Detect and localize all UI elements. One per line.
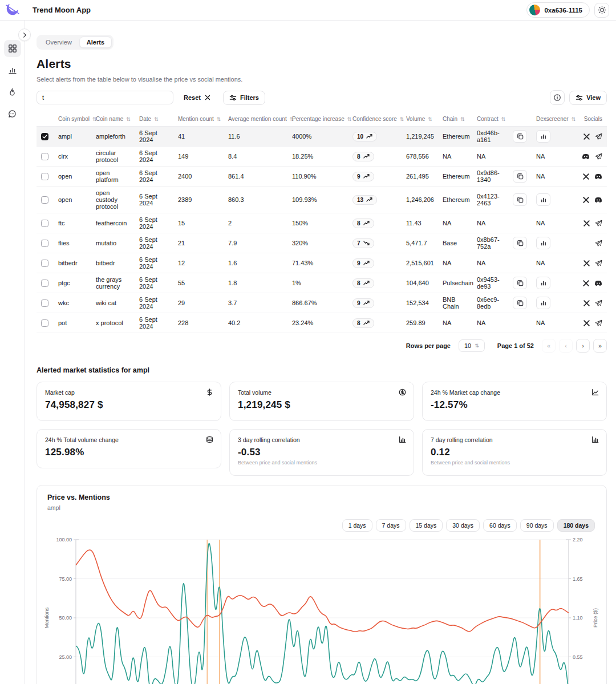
copy-contract-button[interactable] — [513, 170, 527, 183]
column-header-coin-symbol[interactable]: Coin symbol⇅ — [54, 112, 91, 127]
telegram-icon[interactable] — [595, 319, 602, 327]
row-checkbox[interactable] — [41, 133, 48, 140]
sort-icon[interactable]: ⇅ — [501, 116, 506, 122]
info-button[interactable] — [550, 90, 565, 105]
table-row[interactable]: cirx circular protocol 6 Sept 2024 149 8… — [37, 147, 607, 167]
range-button-90-days[interactable]: 90 days — [520, 519, 554, 532]
x-social-icon[interactable] — [583, 280, 589, 286]
view-button[interactable]: View — [569, 91, 607, 105]
telegram-icon[interactable] — [595, 153, 602, 160]
telegram-icon[interactable] — [595, 220, 602, 227]
column-header-chain[interactable]: Chain⇅ — [438, 112, 472, 127]
row-checkbox[interactable] — [41, 260, 48, 267]
dexscreener-button[interactable] — [536, 130, 550, 143]
discord-icon[interactable] — [594, 197, 602, 203]
filters-button[interactable]: Filters — [223, 91, 265, 105]
row-checkbox[interactable] — [41, 196, 48, 204]
discord-icon[interactable] — [582, 153, 590, 160]
pct-increase-cell: 4000% — [287, 127, 348, 147]
row-checkbox[interactable] — [41, 299, 48, 307]
x-social-icon[interactable] — [583, 173, 589, 180]
sort-icon[interactable]: ⇅ — [154, 116, 159, 122]
dexscreener-button[interactable] — [536, 237, 550, 249]
sort-icon[interactable]: ⇅ — [460, 116, 465, 122]
column-header-dexscreener[interactable]: Dexscreener⇅ — [532, 112, 574, 127]
x-social-icon[interactable] — [583, 320, 590, 326]
next-page-button[interactable]: › — [576, 339, 590, 353]
telegram-icon[interactable] — [595, 240, 602, 247]
x-social-icon[interactable] — [583, 133, 590, 140]
dexscreener-button[interactable] — [536, 193, 550, 206]
x-social-icon[interactable] — [583, 300, 590, 306]
row-checkbox[interactable] — [41, 319, 48, 327]
copy-contract-button[interactable] — [513, 193, 527, 206]
price-mentions-chart[interactable]: 0.0025.0050.0075.00100.000.000.551.101.6… — [42, 532, 603, 684]
range-button-15-days[interactable]: 15 days — [410, 519, 443, 532]
sort-icon[interactable]: ⇅ — [347, 116, 352, 122]
x-social-icon[interactable] — [583, 197, 589, 203]
table-row[interactable]: open open custody protocol 6 Sept 2024 2… — [37, 187, 607, 213]
row-checkbox[interactable] — [41, 220, 48, 227]
sort-icon[interactable]: ⇅ — [400, 116, 404, 122]
table-row[interactable]: wkc wiki cat 6 Sept 2024 29 3.7 866.67% … — [37, 293, 607, 313]
theme-toggle-button[interactable] — [594, 3, 609, 18]
table-row[interactable]: open open platform 6 Sept 2024 2400 861.… — [37, 167, 607, 187]
row-checkbox[interactable] — [41, 280, 48, 287]
table-row[interactable]: bitbedr bitbedr 6 Sept 2024 12 1.6 71.43… — [37, 253, 607, 273]
mention-count-cell: 2389 — [173, 187, 224, 213]
sort-icon[interactable]: ⇅ — [572, 116, 576, 122]
column-header-mention-count[interactable]: Mention count⇅ — [173, 112, 224, 127]
copy-contract-button[interactable] — [513, 130, 527, 143]
sliders-icon — [576, 94, 583, 102]
range-button-60-days[interactable]: 60 days — [483, 519, 517, 532]
discord-icon[interactable] — [594, 173, 602, 180]
range-button-180-days[interactable]: 180 days — [557, 519, 595, 532]
sort-icon[interactable]: ⇅ — [428, 116, 432, 122]
range-button-7-days[interactable]: 7 days — [376, 519, 406, 532]
table-row[interactable]: flies mutatio 6 Sept 2024 21 7.9 320% 7 … — [37, 233, 607, 253]
sidebar-item-charts[interactable] — [4, 62, 21, 79]
table-row[interactable]: pot x protocol 6 Sept 2024 228 40.2 23.2… — [37, 313, 607, 333]
main-content: Overview Alerts Alerts Select alerts fro… — [37, 21, 607, 684]
telegram-icon[interactable] — [595, 260, 602, 267]
range-button-30-days[interactable]: 30 days — [446, 519, 480, 532]
copy-contract-button[interactable] — [513, 237, 527, 249]
telegram-icon[interactable] — [595, 299, 602, 307]
table-row[interactable]: ampl ampleforth 6 Sept 2024 41 11.6 4000… — [37, 127, 607, 147]
sidebar-item-messages[interactable] — [4, 105, 21, 122]
column-header-date[interactable]: Date⇅ — [135, 112, 173, 127]
discord-icon[interactable] — [594, 280, 602, 286]
dexscreener-button[interactable] — [536, 297, 550, 309]
copy-contract-button[interactable] — [513, 297, 527, 309]
sidebar-expand-button[interactable] — [18, 29, 31, 41]
sort-icon[interactable]: ⇅ — [126, 116, 131, 122]
reset-button[interactable]: Reset — [184, 94, 210, 101]
last-page-button[interactable]: » — [593, 339, 607, 353]
rows-per-page-select[interactable]: 10 ⇅ — [459, 339, 485, 352]
stat-label: Total volume — [238, 389, 406, 396]
column-header-volume[interactable]: Volume⇅ — [402, 112, 438, 127]
column-header-coin-name[interactable]: Coin name⇅ — [91, 112, 135, 127]
sidebar-item-trending[interactable] — [4, 83, 21, 100]
column-header-confidence-score[interactable]: Confidence score⇅ — [348, 112, 402, 127]
search-input[interactable] — [37, 91, 173, 104]
dexscreener-button[interactable] — [536, 277, 550, 289]
tab-overview[interactable]: Overview — [38, 37, 79, 48]
table-row[interactable]: ftc feathercoin 6 Sept 2024 15 2 150% 8 … — [37, 213, 607, 233]
row-checkbox[interactable] — [41, 173, 48, 180]
row-checkbox[interactable] — [41, 153, 48, 160]
range-button-1-days[interactable]: 1 days — [342, 519, 372, 532]
copy-contract-button[interactable] — [513, 277, 527, 289]
wallet-button[interactable]: 0xa636-1115 — [526, 2, 590, 18]
sidebar-item-dashboard[interactable] — [4, 40, 21, 57]
tab-alerts[interactable]: Alerts — [79, 37, 112, 48]
row-checkbox[interactable] — [41, 240, 48, 247]
column-header-percentage-increase[interactable]: Percentage increase⇅ — [287, 112, 348, 127]
column-header-average-mention-count[interactable]: Average mention count⇅ — [224, 112, 287, 127]
sort-icon[interactable]: ⇅ — [217, 116, 221, 122]
x-social-icon[interactable] — [583, 220, 590, 226]
telegram-icon[interactable] — [595, 133, 602, 140]
column-header-contract[interactable]: Contract⇅ — [472, 112, 532, 127]
table-row[interactable]: ptgc the grays currency 6 Sept 2024 55 1… — [37, 273, 607, 293]
x-social-icon[interactable] — [583, 260, 590, 266]
